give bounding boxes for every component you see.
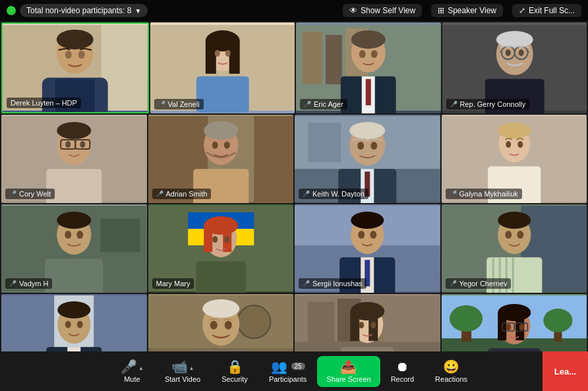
participant-name-eric: 🎤 Eric Ager (300, 99, 347, 109)
svg-point-43 (57, 122, 91, 139)
show-self-view-label: Show Self View (361, 6, 415, 15)
svg-rect-21 (326, 35, 342, 84)
name-text-mary: Mary Mary (156, 280, 191, 287)
top-bar-right: 👁 Show Self View ⊞ Speaker View ⤢ Exit F… (343, 4, 581, 17)
participant-name-mary: Mary Mary (152, 278, 194, 289)
reactions-button[interactable]: 😀 Reactions (425, 360, 478, 383)
svg-point-144 (359, 322, 364, 328)
svg-point-57 (223, 141, 229, 148)
participant-name-sergii: 🎤 Sergii Ionushas (299, 278, 367, 289)
show-self-view-button[interactable]: 👁 Show Self View (343, 4, 422, 17)
svg-point-73 (517, 141, 523, 148)
tile-cory: 🎤 Cory Welt (1, 115, 147, 203)
non-video-participants-pill[interactable]: Total non-video participants: 8 ▼ (20, 4, 148, 17)
participants-icon: 👥 (271, 360, 287, 373)
tile-vadym: 🎤 Vadym H (1, 204, 147, 293)
video-row-3: 🎤 Vadym H ІНТЕГ З ПИТАНЬ АЛЬНОЇ БЕЗПЕКИ … (1, 204, 587, 293)
svg-point-150 (450, 305, 483, 332)
participant-name-adrian: 🎤 Adrian Smith (152, 189, 212, 199)
tile-yegor: 🎤 Yegor Chernev (442, 204, 587, 293)
record-button[interactable]: ⏺ Record (380, 360, 425, 383)
svg-point-47 (65, 141, 71, 148)
name-text-val: Val Zeneli (168, 100, 200, 108)
svg-rect-136 (308, 302, 334, 342)
video-row-2: 🎤 Cory Welt (1, 115, 587, 203)
svg-point-54 (204, 121, 238, 140)
start-video-label: Start Video (165, 375, 200, 383)
participant-name-galyna: 🎤 Galyna Mykhailiuk (446, 189, 522, 199)
svg-rect-76 (100, 219, 140, 252)
exit-fullscreen-label: Exit Full Sc... (529, 6, 575, 15)
svg-point-108 (498, 212, 531, 229)
svg-point-103 (370, 231, 376, 239)
exit-fullscreen-button[interactable]: ⤢ Exit Full Sc... (512, 4, 581, 17)
svg-rect-92 (196, 261, 246, 293)
svg-point-28 (359, 50, 366, 58)
tile-mary: ІНТЕГ З ПИТАНЬ АЛЬНОЇ БЕЗПЕКИ НИ ТА РОЗВ… (148, 204, 294, 293)
svg-point-98 (351, 212, 384, 229)
mic-off-icon-eric: 🎤 (304, 101, 311, 107)
name-text-keith: Keith W. Dayton (312, 190, 365, 198)
svg-rect-79 (45, 258, 103, 293)
bottom-toolbar: 🎤 ▲ Mute 📹 ▲ Start Video 🔒 Security 👥 25… (0, 351, 588, 391)
svg-point-70 (498, 123, 531, 138)
speaker-view-label: Speaker View (448, 6, 496, 15)
participants-label: Participants (269, 375, 307, 383)
svg-point-78 (57, 212, 91, 229)
svg-point-145 (370, 322, 376, 328)
svg-point-94 (224, 236, 229, 243)
name-text-galyna: Galyna Mykhailiuk (459, 190, 518, 198)
tile-val: 🎤 Val Zeneli (150, 22, 295, 113)
share-screen-icon: 📤 (340, 360, 357, 373)
svg-rect-13 (205, 41, 216, 74)
participant-name-val: 🎤 Val Zeneli (154, 99, 204, 109)
top-bar-left: Total non-video participants: 8 ▼ (7, 4, 148, 17)
mic-off-icon-sergii: 🎤 (303, 280, 310, 287)
name-text-eric: Eric Ager (314, 100, 343, 108)
leave-button[interactable]: Lea... (543, 351, 588, 391)
participant-name-gerry: 🎤 Rep. Gerry Connolly (446, 99, 530, 109)
svg-point-62 (349, 122, 385, 139)
chevron-down-icon: ▼ (134, 7, 141, 15)
non-video-participants-text: Total non-video participants: 8 (26, 6, 131, 15)
svg-point-114 (505, 231, 512, 239)
svg-point-132 (210, 321, 217, 330)
name-text-derek: Derek Luyten – HDP (11, 99, 77, 107)
svg-point-102 (358, 231, 365, 239)
share-screen-button[interactable]: 📤 Share Screen (317, 356, 380, 387)
connection-status-icon (7, 6, 16, 15)
eye-icon: 👁 (349, 6, 357, 15)
participants-count-badge: 25 (291, 363, 305, 370)
mic-off-icon-cory: 🎤 (9, 191, 16, 197)
svg-rect-14 (229, 41, 239, 74)
svg-point-56 (212, 141, 218, 148)
svg-point-66 (357, 142, 364, 150)
speaker-view-button[interactable]: ⊞ Speaker View (431, 4, 503, 17)
svg-line-38 (527, 51, 529, 53)
svg-point-24 (351, 30, 386, 49)
mic-icon: 🎤 (121, 360, 137, 373)
record-icon: ⏺ (396, 360, 409, 373)
svg-rect-52 (254, 116, 293, 202)
security-button[interactable]: 🔒 Security (211, 360, 258, 383)
tile-eric: 🎤 Eric Ager (296, 22, 441, 113)
svg-rect-27 (366, 79, 371, 105)
svg-point-128 (237, 305, 270, 338)
svg-rect-60 (308, 123, 341, 162)
share-screen-label: Share Screen (326, 375, 370, 383)
mute-button[interactable]: 🎤 ▲ Mute (110, 360, 154, 383)
svg-point-39 (505, 49, 510, 56)
start-video-button[interactable]: 📹 ▲ Start Video (154, 360, 211, 383)
video-icon: 📹 (171, 360, 188, 373)
svg-point-17 (225, 50, 230, 57)
svg-point-16 (214, 50, 220, 57)
participant-name-derek: Derek Luyten – HDP (7, 98, 81, 108)
participants-button[interactable]: 👥 25 Participants (258, 360, 317, 383)
svg-point-67 (370, 142, 377, 150)
reactions-label: Reactions (435, 375, 467, 383)
svg-point-72 (506, 141, 511, 148)
mic-off-icon-val: 🎤 (158, 101, 165, 107)
name-text-vadym: Vadym H (19, 280, 48, 287)
svg-rect-90 (204, 226, 212, 252)
name-text-cory: Cory Welt (19, 190, 51, 198)
